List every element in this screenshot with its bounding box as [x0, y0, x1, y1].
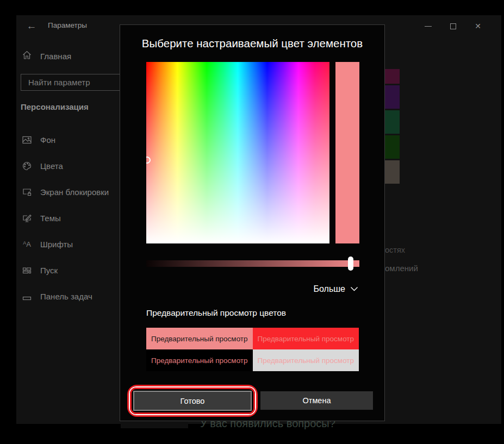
cancel-button[interactable]: Отмена [260, 391, 373, 410]
red-highlight-annotation: Готово [127, 385, 258, 417]
clipped-text: остях [385, 246, 405, 254]
sidebar-item-lock-screen[interactable]: Экран блокировки [16, 179, 133, 205]
sidebar-item-start[interactable]: Пуск [16, 257, 133, 283]
sidebar-item-home[interactable]: Главная [22, 50, 71, 62]
lock-screen-icon [22, 187, 32, 197]
sidebar-item-background[interactable]: Фон [16, 127, 133, 153]
accent-swatch-column [385, 69, 400, 185]
sidebar-item-fonts[interactable]: АА Шрифты [16, 231, 133, 257]
accent-swatch[interactable] [385, 135, 400, 159]
color-picker-dialog: Выберите настраиваемый цвет элементов Бо… [120, 24, 385, 421]
taskbar-icon [22, 291, 32, 302]
search-placeholder: Найти параметр [21, 78, 90, 87]
color-selector-ring[interactable] [146, 157, 151, 164]
brightness-slider-thumb[interactable] [348, 257, 353, 271]
fonts-icon: АА [22, 239, 32, 249]
search-input[interactable]: Найти параметр [21, 74, 125, 91]
close-icon: ✕ [475, 22, 481, 30]
close-button[interactable]: ✕ [465, 15, 490, 37]
sidebar-item-colors[interactable]: Цвета [16, 153, 133, 179]
themes-icon [22, 213, 32, 223]
color-preview-heading: Предварительный просмотр цветов [146, 308, 286, 318]
sidebar-item-themes[interactable]: Темы [16, 205, 133, 231]
sidebar-item-label: Шрифты [40, 240, 73, 249]
sidebar-item-label: Цвета [40, 161, 63, 171]
minimize-button[interactable] [415, 15, 440, 37]
accent-swatch[interactable] [385, 110, 400, 134]
preview-tile-light-bg: Предварительный просмотр [253, 349, 359, 371]
home-label: Главная [40, 52, 71, 61]
app-title: Параметры [48, 21, 87, 29]
screenshot-root: ← Параметры ✕ Главная Найти параметр Пер… [0, 0, 504, 444]
sidebar-item-taskbar[interactable]: Панель задач [16, 283, 133, 309]
done-button[interactable]: Готово [133, 391, 252, 411]
selected-color-bar [335, 62, 359, 243]
start-icon [22, 265, 32, 276]
preview-tile-red-bg: Предварительный просмотр [253, 328, 359, 349]
colors-palette-icon [22, 161, 32, 171]
sidebar-item-label: Пуск [40, 266, 58, 275]
maximize-icon [450, 23, 456, 29]
background-icon [22, 135, 32, 145]
annotation-inner-ring: Готово [130, 387, 255, 414]
dialog-title: Выберите настраиваемый цвет элементов [120, 37, 384, 50]
maximize-button[interactable] [440, 15, 465, 37]
accent-swatch[interactable] [385, 69, 400, 84]
clipped-text: омлений [385, 264, 418, 273]
home-icon [22, 50, 32, 62]
section-heading: Персонализация [21, 102, 89, 111]
preview-tile-accent-bg: Предварительный просмотр [146, 328, 253, 349]
color-spectrum-picker[interactable] [146, 62, 329, 243]
sidebar-item-label: Темы [40, 214, 61, 223]
more-label: Больше [314, 284, 345, 294]
sidebar-nav: Фон Цвета Экран блокировки Темы [16, 127, 133, 309]
sidebar-item-label: Панель задач [40, 292, 92, 301]
minimize-icon [425, 26, 432, 27]
preview-tile-dark-bg: Предварительный просмотр [146, 349, 253, 371]
back-arrow-icon[interactable]: ← [23, 18, 40, 34]
chevron-down-icon [350, 286, 358, 292]
annotation-white-ring: Готово [129, 386, 256, 415]
sidebar-item-label: Экран блокировки [40, 187, 109, 197]
accent-swatch[interactable] [385, 85, 400, 109]
color-preview-grid: Предварительный просмотр Предварительный… [146, 328, 359, 371]
sidebar-item-label: Фон [40, 135, 55, 145]
more-dropdown[interactable]: Больше [314, 284, 358, 294]
accent-swatch[interactable] [385, 160, 400, 184]
brightness-slider[interactable] [146, 260, 359, 267]
